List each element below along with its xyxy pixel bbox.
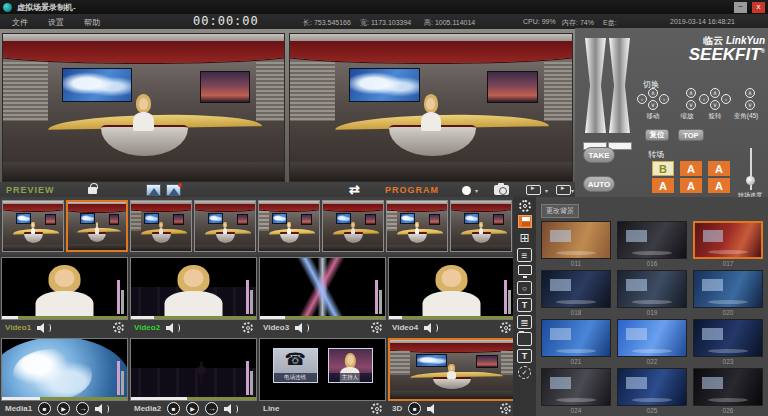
zoom-out-button[interactable] [686, 100, 696, 110]
transition-a5-button[interactable]: A [680, 178, 702, 193]
t-bar-fader[interactable] [583, 38, 633, 142]
video2-viewport[interactable] [130, 257, 257, 320]
rotate-up-button[interactable] [710, 88, 720, 98]
scene-thumb[interactable]: 025 [617, 368, 687, 415]
snapshot-camera-icon[interactable] [494, 185, 509, 195]
preview-monitor[interactable] [2, 33, 285, 182]
stream-dropdown-icon[interactable] [545, 187, 548, 194]
source-video4[interactable]: Video4 [388, 257, 515, 335]
angle-thumb-2-selected[interactable] [66, 200, 128, 252]
angle-thumb-5[interactable] [258, 200, 320, 252]
stop-button[interactable] [38, 402, 51, 415]
close-button[interactable]: x [752, 2, 765, 13]
change-background-tab[interactable]: 更改背景 [541, 204, 579, 218]
monitor-icon[interactable] [518, 265, 532, 275]
angle-up-button[interactable] [745, 88, 755, 98]
gear-icon[interactable] [371, 322, 382, 333]
gear-icon[interactable] [242, 322, 253, 333]
scene-thumb[interactable]: 026 [693, 368, 763, 415]
stop-button[interactable] [167, 402, 180, 415]
transition-speed-slider[interactable] [746, 148, 756, 190]
rotate-left-button[interactable] [699, 94, 709, 104]
projector-icon[interactable] [517, 281, 532, 295]
speaker-icon[interactable] [424, 323, 438, 333]
gear-icon[interactable] [500, 403, 511, 414]
source-video1[interactable]: Video1 [1, 257, 128, 335]
source-media1[interactable]: Media1 [1, 338, 128, 416]
video1-viewport[interactable] [1, 257, 128, 320]
source-3d-scene[interactable]: 3D [388, 338, 515, 416]
transition-a3-button[interactable]: A [708, 161, 730, 176]
slider-knob[interactable] [746, 176, 755, 185]
speaker-muted-icon[interactable] [427, 404, 441, 414]
stamp-icon[interactable] [518, 366, 531, 379]
progress-bar[interactable] [260, 316, 385, 319]
play-button[interactable] [57, 402, 70, 415]
scene3d-viewport[interactable] [388, 338, 515, 401]
save-icon[interactable] [518, 215, 532, 228]
minimize-button[interactable]: − [734, 2, 747, 13]
auto-button[interactable]: AUTO [583, 176, 615, 192]
host-connection-tile[interactable]: 主持人 [328, 348, 373, 383]
angle-thumb-6[interactable] [322, 200, 384, 252]
angle-thumb-1[interactable] [2, 200, 64, 252]
move-down-button[interactable] [648, 100, 658, 110]
move-right-button[interactable] [659, 94, 669, 104]
progress-bar[interactable] [389, 316, 514, 319]
media2-viewport[interactable] [130, 338, 257, 401]
angle-thumb-4[interactable] [194, 200, 256, 252]
layers-icon[interactable] [517, 315, 532, 329]
stream-output-icon[interactable] [526, 185, 541, 195]
text-tool-icon[interactable] [517, 349, 532, 363]
settings-gear-icon[interactable] [519, 200, 531, 212]
menu-file[interactable]: 文件 [12, 17, 28, 28]
line-viewport[interactable]: ☎ 电话连线 主持人 [259, 338, 386, 401]
progress-bar[interactable] [2, 397, 127, 400]
scene-thumb[interactable]: 024 [541, 368, 611, 415]
top-button[interactable]: TOP [678, 129, 704, 141]
speaker-icon[interactable] [95, 404, 109, 414]
display-dropdown-icon[interactable] [571, 187, 574, 194]
rotate-right-button[interactable] [721, 94, 731, 104]
angle-thumb-8[interactable] [450, 200, 512, 252]
speaker-icon[interactable] [224, 404, 238, 414]
scene-thumb[interactable]: 021 [541, 319, 611, 366]
transition-a6-button[interactable]: A [708, 178, 730, 193]
scene-thumb[interactable]: 018 [541, 270, 611, 317]
lock-icon[interactable] [88, 187, 97, 194]
image-layer-icon[interactable] [146, 184, 161, 196]
image-layer-alert-icon[interactable] [166, 184, 181, 196]
transition-a4-button[interactable]: A [652, 178, 674, 193]
video4-viewport[interactable] [388, 257, 515, 320]
stop-button[interactable] [408, 402, 421, 415]
subtitle-text-icon[interactable] [517, 298, 532, 312]
move-up-button[interactable] [648, 88, 658, 98]
menu-settings[interactable]: 设置 [48, 17, 64, 28]
progress-bar[interactable] [2, 316, 127, 319]
scene-thumb[interactable]: 016 [617, 221, 687, 268]
media1-viewport[interactable] [1, 338, 128, 401]
speaker-icon[interactable] [166, 323, 180, 333]
video3-viewport[interactable] [259, 257, 386, 320]
scene-thumb[interactable]: 022 [617, 319, 687, 366]
angle-thumb-7[interactable] [386, 200, 448, 252]
source-video2[interactable]: Video2 [130, 257, 257, 335]
next-button[interactable] [205, 402, 218, 415]
swap-buses-icon[interactable] [349, 182, 360, 197]
reset-button[interactable]: 复位 [645, 129, 669, 141]
angle-down-button[interactable] [745, 100, 755, 110]
source-line[interactable]: ☎ 电话连线 主持人 Line [259, 338, 386, 416]
gear-icon[interactable] [500, 322, 511, 333]
transition-a2-button[interactable]: A [680, 161, 702, 176]
menu-help[interactable]: 帮助 [84, 17, 100, 28]
program-monitor[interactable] [289, 33, 573, 182]
play-button[interactable] [186, 402, 199, 415]
move-left-button[interactable] [637, 94, 647, 104]
progress-bar[interactable] [131, 397, 256, 400]
scene-thumb[interactable]: 020 [693, 270, 763, 317]
rotate-down-button[interactable] [710, 100, 720, 110]
scene-thumb[interactable]: 019 [617, 270, 687, 317]
scene-thumb-selected[interactable]: 017 [693, 221, 763, 268]
next-button[interactable] [76, 402, 89, 415]
playlist-icon[interactable] [517, 248, 532, 262]
